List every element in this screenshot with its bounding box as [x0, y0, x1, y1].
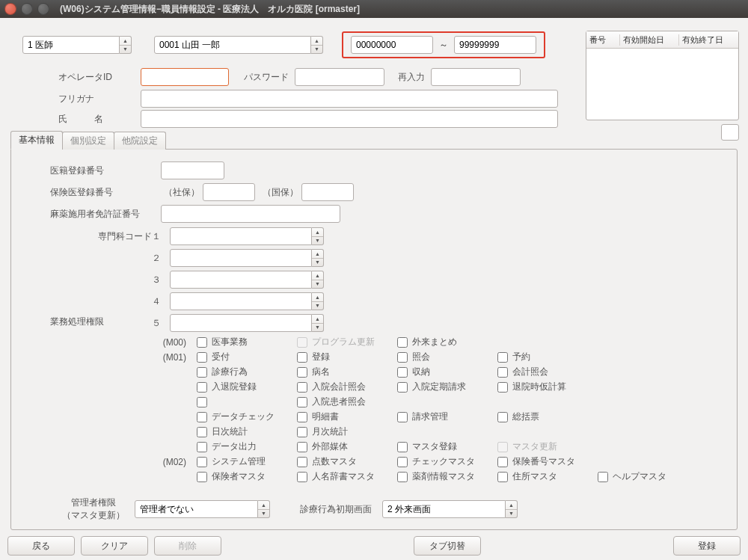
label-kokuho: （国保）	[263, 186, 298, 199]
window-title: (W06)システム管理情報−職員情報設定 - 医療法人 オルカ医院 [ormas…	[60, 3, 360, 16]
label-admin-sub: （マスタ更新）	[52, 509, 135, 522]
chk-blank[interactable]	[197, 397, 294, 407]
window-close-icon[interactable]	[4, 3, 16, 15]
chk-meisai[interactable]: 明細書	[297, 410, 394, 423]
register-button[interactable]: 登録	[673, 536, 741, 556]
chk-uketsuke[interactable]: 受付	[197, 351, 294, 363]
staff-type-input[interactable]	[22, 36, 120, 54]
chk-seikyu[interactable]: 請求管理	[397, 410, 494, 423]
spec1-combo[interactable]: ▲▼	[170, 227, 324, 245]
chk-taiin-kari[interactable]: 退院時仮計算	[497, 381, 595, 393]
label-m00: (M00)	[96, 337, 194, 348]
label-init-screen: 診療行為初期画面	[300, 503, 372, 516]
chk-tensu[interactable]: 点数マスタ	[297, 455, 394, 468]
staff-name-combo[interactable]: ▲▼	[154, 36, 323, 54]
chk-yoyaku[interactable]: 予約	[497, 351, 595, 363]
spec2-combo[interactable]: ▲▼	[170, 249, 324, 267]
label-admin: 管理者権限	[52, 496, 135, 509]
staff-name-input[interactable]	[154, 36, 311, 54]
chk-help[interactable]: ヘルプマスタ	[598, 470, 680, 483]
col-start: 有効開始日	[620, 34, 679, 46]
valid-date-to[interactable]	[454, 36, 536, 54]
chk-kaikei-shoukai[interactable]: 会計照会	[497, 366, 595, 378]
window-maximize-icon[interactable]	[37, 3, 49, 15]
chk-data-check[interactable]: データチェック	[197, 410, 294, 423]
valid-date-from[interactable]	[351, 36, 433, 54]
tab-other[interactable]: 他院設定	[114, 132, 166, 150]
tab-basic[interactable]: 基本情報	[10, 131, 63, 150]
label-password: パスワード	[244, 71, 289, 84]
chk-nyutaiin[interactable]: 入退院登録	[197, 381, 294, 393]
spin-icon[interactable]: ▲▼	[506, 500, 518, 518]
chk-hoken-no[interactable]: 保険番号マスタ	[497, 455, 595, 468]
ins-shaho-input[interactable]	[203, 183, 255, 201]
chk-prog-update: プログラム更新	[297, 336, 394, 348]
label-reenter: 再入力	[398, 71, 425, 84]
init-screen-combo[interactable]: ▲▼	[382, 500, 518, 518]
spec5-combo[interactable]: ▲▼	[170, 314, 324, 332]
chk-byoumei[interactable]: 病名	[297, 366, 394, 378]
chk-sys-kanri[interactable]: システム管理	[197, 455, 294, 468]
staff-type-combo[interactable]: ▲▼	[22, 36, 132, 54]
back-button[interactable]: 戻る	[7, 536, 75, 556]
chk-soukatsu[interactable]: 総括票	[497, 410, 595, 423]
password-reenter-input[interactable]	[431, 68, 521, 86]
spin-icon[interactable]: ▲▼	[120, 36, 132, 54]
validity-list[interactable]: 番号 有効開始日 有効終了日	[586, 31, 739, 120]
label-perm: 業務処理権限	[50, 316, 104, 328]
chk-check-master[interactable]: チェックマスタ	[397, 455, 494, 468]
chk-touroku[interactable]: 登録	[297, 351, 394, 363]
furigana-input[interactable]	[141, 90, 558, 108]
label-shaho: （社保）	[164, 186, 200, 199]
init-screen-input[interactable]	[382, 500, 506, 518]
tilde: ～	[439, 39, 448, 52]
label-spec2: ２	[50, 252, 170, 265]
chk-yakuzai[interactable]: 薬剤情報マスタ	[397, 470, 494, 483]
chk-gairai[interactable]: 外来まとめ	[397, 336, 494, 348]
admin-combo[interactable]: ▲▼	[135, 500, 270, 518]
label-spec3: ３	[50, 274, 170, 286]
chk-hokensha[interactable]: 保険者マスタ	[197, 470, 294, 483]
clear-button[interactable]: クリア	[81, 536, 148, 556]
label-m02: (M02)	[96, 457, 194, 467]
admin-input[interactable]	[135, 500, 258, 518]
chk-nichiji[interactable]: 日次統計	[197, 425, 294, 438]
chk-getsuji[interactable]: 月次統計	[297, 425, 394, 438]
chk-nyuin-kaikei[interactable]: 入院会計照会	[297, 381, 394, 393]
chk-shoukai[interactable]: 照会	[397, 351, 494, 363]
spec3-combo[interactable]: ▲▼	[170, 271, 324, 289]
col-no: 番号	[586, 34, 620, 46]
chk-jinmei[interactable]: 人名辞書マスタ	[297, 470, 394, 483]
chk-shinryo[interactable]: 診療行為	[197, 366, 294, 378]
spin-icon[interactable]: ▲▼	[311, 36, 323, 54]
chk-gaibu[interactable]: 外部媒体	[297, 440, 394, 453]
ins-kokuho-input[interactable]	[301, 183, 354, 201]
tab-panel-basic: 医籍登録番号 保険医登録番号 （社保） （国保） 麻薬施用者免許証番号 専門科コ…	[10, 149, 738, 530]
tab-individual[interactable]: 個別設定	[62, 132, 114, 150]
label-narcotic: 麻薬施用者免許証番号	[50, 208, 161, 221]
chk-ijigyomu[interactable]: 医事業務	[197, 336, 294, 348]
password-input[interactable]	[295, 68, 384, 86]
chk-nyuin-kanja[interactable]: 入院患者照会	[297, 396, 394, 408]
label-operator-id: オペレータID	[58, 71, 141, 84]
spec4-combo[interactable]: ▲▼	[170, 292, 324, 310]
label-furigana: フリガナ	[58, 93, 141, 105]
chk-shuunou[interactable]: 収納	[397, 366, 494, 378]
spin-icon[interactable]: ▲▼	[258, 500, 270, 518]
tab-switch-button[interactable]: タブ切替	[414, 536, 481, 556]
titlebar: (W06)システム管理情報−職員情報設定 - 医療法人 オルカ医院 [ormas…	[0, 0, 748, 18]
chk-data-out[interactable]: データ出力	[197, 440, 294, 453]
chk-master-reg[interactable]: マスタ登録	[397, 440, 494, 453]
label-ins-reg: 保険医登録番号	[50, 186, 161, 199]
name-input[interactable]	[141, 110, 558, 128]
chk-nyuin-teiki[interactable]: 入院定期請求	[397, 381, 494, 393]
window-minimize-icon[interactable]	[21, 3, 33, 15]
operator-id-input[interactable]	[141, 68, 229, 86]
label-med-reg: 医籍登録番号	[50, 164, 161, 177]
label-spec4: ４	[50, 295, 170, 308]
narcotic-input[interactable]	[161, 205, 340, 223]
valid-date-range: ～	[342, 31, 545, 58]
tabbar: 基本情報 個別設定 他院設定	[10, 132, 738, 150]
chk-jusho[interactable]: 住所マスタ	[497, 470, 595, 483]
med-reg-input[interactable]	[161, 161, 224, 179]
